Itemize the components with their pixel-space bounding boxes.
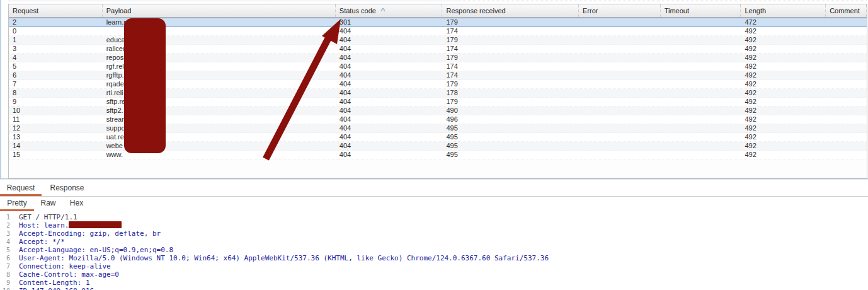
line-text: User-Agent: Mozilla/5.0 (Windows NT 10.0… [19,254,549,262]
cell-comment [826,151,867,159]
cell-timeout [661,54,741,62]
column-header-label: Response received [446,7,505,14]
panel-divider-highlight [0,179,868,180]
cell-response-received: 179 [442,18,579,26]
cell-length: 492 [741,36,826,44]
cell-status-code: 404 [336,124,443,132]
cell-timeout [661,36,741,44]
cell-error [579,27,661,35]
column-header-status-code[interactable]: Status code^ [336,4,443,17]
line-number: 2 [0,221,10,229]
view-mode-tab-bar: Pretty Raw Hex [0,197,91,211]
line-number: 5 [0,246,10,254]
line-text: Cache-Control: max-age=0 [19,270,119,279]
cell-timeout [661,45,741,53]
cell-comment [826,133,867,141]
column-header-label: Length [745,7,766,14]
line-number: 6 [0,254,10,262]
cell-request: 3 [9,45,103,53]
cell-comment [826,98,867,106]
tab-request-label: Request [7,183,35,192]
cell-timeout [661,133,741,141]
cell-error [579,115,661,124]
line-number: 4 [0,238,10,246]
column-header-request[interactable]: Request [9,4,103,17]
column-header-response-received[interactable]: Response received [442,4,579,17]
line-text: ID-147-049-168-016 [19,287,94,290]
cell-response-received: 496 [442,115,579,124]
cell-response-received: 179 [442,36,579,44]
cell-response-received: 179 [442,54,579,62]
cell-length: 492 [741,115,826,124]
cell-length: 492 [741,151,826,159]
top-dotted-line [460,1,867,1]
column-header-error[interactable]: Error [579,4,661,17]
cell-length: 492 [741,107,826,115]
cell-length: 492 [741,71,826,79]
burp-intruder-attack-window: RequestPayloadStatus code^Response recei… [0,0,868,290]
cell-status-code: 404 [336,133,443,141]
cell-comment [826,54,867,62]
column-header-length[interactable]: Length [741,4,826,17]
line-number: 8 [0,270,10,279]
request-editor[interactable]: 1GET / HTTP/1.12Host: learn.3Accept-Enco… [0,211,868,290]
cell-status-code: 404 [336,98,443,106]
line-number: 7 [0,262,10,270]
cell-response-received: 174 [442,27,579,35]
cell-response-received: 495 [442,124,579,132]
cell-request: 1 [9,36,103,44]
tab-request[interactable]: Request [0,181,42,196]
cell-response-received: 174 [442,62,579,71]
tab-pretty[interactable]: Pretty [0,197,34,211]
cell-comment [826,115,867,124]
cell-comment [826,36,867,44]
table-header-row: RequestPayloadStatus code^Response recei… [9,4,867,18]
cell-request: 9 [9,98,103,106]
cell-error [579,89,661,97]
cell-error [579,62,661,71]
cell-error [579,18,661,26]
column-header-comment[interactable]: Comment [826,4,867,17]
cell-length: 492 [741,89,826,97]
cell-comment [826,27,867,35]
cell-timeout [661,89,741,97]
cell-comment [826,142,867,150]
request-line: 3Accept-Encoding: gzip, deflate, br [0,229,868,238]
cell-response-received: 179 [442,98,579,106]
cell-error [579,133,661,141]
line-number: 10 [0,287,10,290]
cell-status-code: 404 [336,27,443,35]
cell-status-code: 404 [336,45,443,53]
line-text: Accept: */* [19,238,65,246]
line-number: 1 [0,213,10,221]
cell-status-code: 404 [336,80,443,88]
cell-request: 6 [9,71,103,79]
cell-error [579,98,661,106]
tab-hex[interactable]: Hex [62,197,91,211]
line-text: Accept-Language: en-US;q=0.9,en;q=0.8 [19,246,173,254]
cell-timeout [661,142,741,150]
line-text: Accept-Encoding: gzip, deflate, br [19,229,161,238]
cell-response-received: 174 [442,71,579,79]
cell-status-code: 404 [336,89,443,97]
column-header-timeout[interactable]: Timeout [661,4,741,17]
cell-request: 11 [9,115,103,124]
column-header-payload[interactable]: Payload [103,4,336,17]
request-line: 1GET / HTTP/1.1 [0,213,868,221]
cell-timeout [661,27,741,35]
cell-error [579,36,661,44]
cell-response-received: 495 [442,133,579,141]
cell-status-code: 404 [336,71,443,79]
tab-response[interactable]: Response [42,181,93,196]
cell-request: 15 [9,151,103,159]
cell-timeout [661,124,741,132]
cell-response-received: 178 [442,89,579,97]
cell-error [579,124,661,132]
cell-comment [826,71,867,79]
cell-length: 492 [741,54,826,62]
cell-status-code: 404 [336,62,443,71]
request-line: 10ID-147-049-168-016 [0,287,868,290]
tab-raw[interactable]: Raw [34,197,62,211]
cell-status-code: 404 [336,36,443,44]
tab-raw-label: Raw [40,199,55,207]
